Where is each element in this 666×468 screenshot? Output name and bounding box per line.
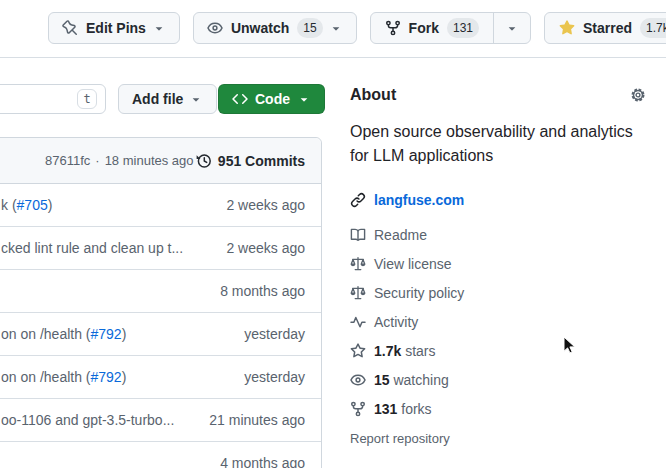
commit-message-suffix: ): [122, 326, 127, 342]
stars-count: 1.7k: [374, 343, 401, 359]
activity-link[interactable]: Activity: [350, 307, 646, 336]
website-row: langfuse.com: [350, 192, 646, 208]
readme-label: Readme: [374, 227, 427, 243]
about-links-list: Readme View license Security policy Acti…: [350, 220, 646, 423]
activity-label: Activity: [374, 314, 418, 330]
chevron-down-icon: [189, 92, 203, 106]
eye-icon: [350, 372, 366, 388]
edit-pins-label: Edit Pins: [86, 20, 146, 36]
chevron-down-icon: [297, 92, 311, 106]
issue-link[interactable]: #792: [91, 326, 122, 342]
commit-message-text: on on /health (: [1, 326, 91, 342]
about-header: About: [350, 86, 646, 104]
add-file-button[interactable]: Add file: [118, 84, 217, 114]
pulse-icon: [350, 314, 366, 330]
about-title: About: [350, 86, 396, 104]
commit-date: yesterday: [244, 369, 305, 385]
unwatch-label: Unwatch: [231, 20, 289, 36]
commit-message-suffix: ): [122, 369, 127, 385]
star-split-button: Starred 1.7k: [544, 12, 666, 44]
commit-date: 2 weeks ago: [226, 240, 305, 256]
starred-label: Starred: [583, 20, 632, 36]
fork-split-button: Fork 131: [370, 12, 531, 44]
repo-description: Open source observability and analytics …: [350, 120, 646, 168]
readme-link[interactable]: Readme: [350, 220, 646, 249]
watching-link[interactable]: 15 watching: [350, 365, 646, 394]
commit-message-text: oo-1106 and gpt-3.5-turbo...: [1, 412, 174, 428]
commit-message-link[interactable]: k (#705): [1, 197, 214, 213]
fork-button[interactable]: Fork 131: [371, 13, 493, 43]
file-table: 87611fc · 18 minutes ago 951 Commits k (…: [0, 137, 322, 468]
chevron-down-icon: [505, 21, 519, 35]
fork-dropdown-button[interactable]: [494, 13, 530, 43]
forks-count: 131: [374, 401, 397, 417]
issue-link[interactable]: #792: [91, 369, 122, 385]
code-label: Code: [255, 91, 290, 107]
star-filled-icon: [559, 20, 575, 36]
forks-label: forks: [401, 401, 431, 417]
link-icon: [350, 192, 366, 208]
repo-action-toolbar: Edit Pins Unwatch 15 Fork 131 Starred: [48, 12, 666, 44]
commit-message-link[interactable]: on on /health (#792): [1, 369, 232, 385]
issue-link[interactable]: #705: [17, 197, 48, 213]
unwatch-button[interactable]: Unwatch 15: [193, 12, 357, 44]
pin-icon: [62, 20, 78, 36]
commit-message-link[interactable]: oo-1106 and gpt-3.5-turbo...: [1, 412, 197, 428]
table-row: on on /health (#792) yesterday: [0, 313, 321, 356]
about-settings-button[interactable]: [630, 87, 646, 103]
watching-label: watching: [393, 372, 448, 388]
law-icon: [350, 256, 366, 272]
gear-icon: [630, 87, 646, 103]
commit-message-text: k (: [1, 197, 17, 213]
latest-commit-bar: 87611fc · 18 minutes ago 951 Commits: [0, 138, 321, 184]
header-divider: [0, 57, 666, 58]
eye-icon: [207, 20, 223, 36]
commits-count-label: 951 Commits: [218, 153, 305, 169]
history-icon: [196, 153, 212, 169]
about-sidebar: About Open source observability and anal…: [350, 86, 646, 446]
table-row: 8 months ago: [0, 270, 321, 313]
github-repo-page: Edit Pins Unwatch 15 Fork 131 Starred: [0, 0, 666, 468]
fork-count-badge: 131: [447, 18, 479, 38]
view-license-link[interactable]: View license: [350, 249, 646, 278]
commit-message-link[interactable]: cked lint rule and clean up t...: [1, 240, 214, 256]
starred-button[interactable]: Starred 1.7k: [545, 13, 666, 43]
table-row: oo-1106 and gpt-3.5-turbo... 21 minutes …: [0, 399, 321, 442]
view-license-label: View license: [374, 256, 452, 272]
add-file-label: Add file: [132, 91, 183, 107]
commit-date: 2 weeks ago: [226, 197, 305, 213]
commit-date: 21 minutes ago: [209, 412, 305, 428]
commit-date: 8 months ago: [220, 283, 305, 299]
watching-count: 15: [374, 372, 390, 388]
commit-date: yesterday: [244, 326, 305, 342]
forks-link[interactable]: 131 forks: [350, 394, 646, 423]
table-row: on on /health (#792) yesterday: [0, 356, 321, 399]
website-link[interactable]: langfuse.com: [374, 192, 464, 208]
commit-message-link[interactable]: on on /health (#792): [1, 326, 232, 342]
commit-meta: 87611fc · 18 minutes ago: [45, 153, 194, 168]
table-row: k (#705) 2 weeks ago: [0, 184, 321, 227]
fork-icon: [350, 401, 366, 417]
table-row: cked lint rule and clean up t... 2 weeks…: [0, 227, 321, 270]
commit-meta-separator: ·: [95, 153, 99, 168]
security-policy-label: Security policy: [374, 285, 464, 301]
edit-pins-button[interactable]: Edit Pins: [48, 12, 180, 44]
star-count-badge: 1.7k: [640, 18, 666, 38]
law-icon: [350, 285, 366, 301]
commit-hash-link[interactable]: 87611fc: [45, 153, 90, 168]
commit-message-text: cked lint rule and clean up t...: [1, 240, 183, 256]
security-policy-link[interactable]: Security policy: [350, 278, 646, 307]
commit-date: 4 months ago: [220, 455, 305, 468]
stars-label: stars: [405, 343, 435, 359]
report-repository-link[interactable]: Report repository: [350, 431, 646, 446]
chevron-down-icon: [329, 21, 343, 35]
commit-history-link[interactable]: 951 Commits: [196, 153, 305, 169]
go-to-file-input[interactable]: t: [0, 84, 106, 114]
fork-label: Fork: [409, 20, 439, 36]
commit-time: 18 minutes ago: [105, 153, 194, 168]
stars-link[interactable]: 1.7k stars: [350, 336, 646, 365]
commit-message-suffix: ): [48, 197, 53, 213]
code-button[interactable]: Code: [218, 84, 325, 114]
star-icon: [350, 343, 366, 359]
watchers-count-badge: 15: [297, 18, 322, 38]
